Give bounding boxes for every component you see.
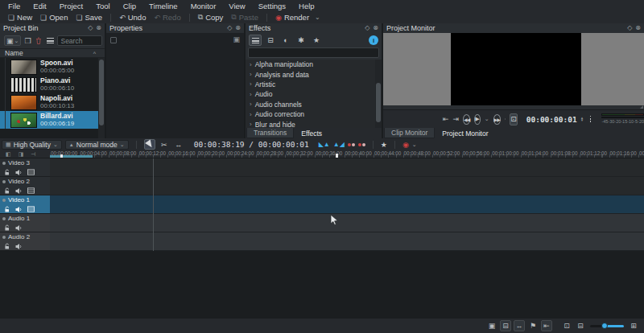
menu-item[interactable]: View	[222, 1, 251, 11]
lock-icon[interactable]	[4, 206, 10, 213]
track-config-icon[interactable]: ◨	[19, 151, 24, 158]
track-header[interactable]: Video 1	[0, 195, 50, 214]
play-options-chevron[interactable]: ⌄	[485, 116, 489, 122]
audio-split-button[interactable]	[348, 143, 355, 146]
fast-forward-button[interactable]: ▶▶	[493, 114, 501, 125]
marker-comments-button[interactable]: ⚑	[527, 320, 539, 331]
lock-icon[interactable]	[4, 169, 10, 176]
clip-item[interactable]: Spoon.avi 00:00:05:00	[0, 58, 98, 76]
menu-item[interactable]: Edit	[27, 1, 52, 11]
effect-category[interactable]: › Artistic	[246, 80, 375, 89]
menu-item[interactable]: Tool	[89, 1, 116, 11]
toolbar-button[interactable]: ❏ New	[4, 12, 36, 23]
properties-checkbox[interactable]	[110, 37, 117, 43]
close-panel-icon[interactable]: ⊗	[373, 25, 378, 31]
insert-zone-button[interactable]: ◣▲	[319, 141, 330, 148]
video-effects-button[interactable]: ⊟	[264, 35, 277, 46]
dock-tab[interactable]: Clip Monitor	[384, 128, 435, 138]
track-lane[interactable]	[50, 232, 644, 251]
monitor-timecode[interactable]: 00:00:00:01	[526, 115, 577, 124]
mute-icon[interactable]	[15, 224, 23, 232]
create-folder-button[interactable]: ❒	[23, 35, 32, 46]
monitor-menu-button[interactable]	[590, 116, 591, 122]
menu-item[interactable]: File	[2, 1, 27, 11]
effect-category[interactable]: › Audio correction	[246, 109, 375, 119]
bin-search-input[interactable]	[57, 35, 102, 46]
track-lane[interactable]	[50, 177, 644, 195]
dock-tab[interactable]: Transitions	[246, 128, 294, 138]
dock-tab[interactable]: Project Monitor	[436, 128, 494, 138]
zone-handle[interactable]	[60, 154, 63, 158]
selection-tool-button[interactable]	[144, 139, 155, 150]
dock-tab[interactable]: Effects	[295, 128, 328, 138]
rewind-button[interactable]: ◀◀	[463, 114, 470, 125]
chevron-down-icon[interactable]: ⌄	[412, 142, 417, 148]
delete-clip-button[interactable]	[34, 35, 43, 46]
lock-icon[interactable]	[4, 243, 10, 250]
toolbar-button[interactable]: ⧉ Copy	[194, 12, 228, 23]
audio-thumbnails-button[interactable]: ↔	[514, 320, 525, 331]
render-button[interactable]: ◉ Render	[271, 12, 324, 23]
monitor-video-area[interactable]	[383, 33, 644, 105]
video-thumbnails-button[interactable]: ⊟	[500, 320, 511, 331]
bin-menu-button[interactable]	[45, 35, 56, 46]
timecode-spinner[interactable]: ▴▾	[581, 117, 584, 121]
go-to-start-button[interactable]: ⇤	[443, 116, 449, 123]
video-hide-icon[interactable]	[27, 206, 35, 212]
toolbar-button[interactable]: ❏ Open	[36, 12, 72, 23]
effect-category[interactable]: › Alpha manipulation	[246, 60, 375, 69]
quality-dropdown[interactable]: ▦ High Quality ⌄	[2, 140, 62, 150]
zoom-out-button[interactable]: ⊟	[575, 320, 586, 331]
track-lane[interactable]	[50, 195, 644, 214]
close-panel-icon[interactable]: ⊗	[635, 25, 641, 31]
timeline-zone-bar[interactable]	[50, 155, 93, 158]
effects-search-input[interactable]	[248, 47, 379, 58]
mute-icon[interactable]	[15, 243, 23, 250]
clip-item[interactable]: Billard.avi 00:00:06:19	[0, 111, 98, 129]
timeline-ruler[interactable]: ◧ ◨ ⊣ 00:00:00:0000:00:04:0000:00:08:000…	[0, 150, 644, 158]
video-hide-icon[interactable]	[27, 187, 35, 194]
go-to-end-button[interactable]: ⇥	[453, 116, 460, 123]
timeline-timecode[interactable]: 00:00:38:19 / 00:00:00:01	[194, 140, 309, 149]
float-panel-icon[interactable]: ◇	[627, 25, 632, 31]
track-header[interactable]: Video 3	[0, 158, 50, 177]
track-area[interactable]	[50, 158, 644, 251]
show-description-button[interactable]: i	[369, 35, 378, 45]
clip-item[interactable]: Piano.avi 00:00:06:10	[0, 76, 98, 93]
track-config-icon[interactable]: ◧	[6, 151, 11, 158]
ruler-scale[interactable]: 00:00:00:0000:00:04:0000:00:08:0000:00:1…	[50, 150, 644, 158]
spacer-tool-button[interactable]: ↔	[173, 139, 184, 150]
close-panel-icon[interactable]: ⊗	[235, 25, 241, 31]
menu-item[interactable]: Timeline	[142, 1, 184, 11]
menu-item[interactable]: Monitor	[184, 1, 223, 11]
mute-icon[interactable]	[15, 206, 23, 213]
menu-item[interactable]: Help	[292, 1, 321, 11]
close-panel-icon[interactable]: ⊗	[96, 25, 101, 31]
custom-effects-button[interactable]: ✱	[295, 35, 308, 46]
audio-effects-button[interactable]: ◐	[279, 35, 292, 46]
zoom-slider-handle[interactable]	[601, 323, 608, 329]
add-clip-button[interactable]: ▣⌄	[4, 35, 21, 46]
show-all-effects-button[interactable]	[249, 35, 262, 46]
menu-item[interactable]: Project	[53, 1, 90, 11]
track-lane[interactable]	[50, 158, 644, 177]
timeline-empty-area[interactable]	[0, 251, 644, 318]
pin-panel-icon[interactable]: ▣	[233, 35, 240, 43]
lock-icon[interactable]	[4, 187, 10, 195]
mute-icon[interactable]	[15, 169, 23, 176]
float-panel-icon[interactable]: ◇	[227, 25, 232, 31]
menu-item[interactable]: Settings	[252, 1, 292, 11]
toolbar-button[interactable]: ⧉ Paste	[227, 12, 262, 23]
render-zone-button[interactable]: ◉	[402, 141, 409, 149]
zone-mode-button[interactable]: ⊡	[510, 113, 518, 125]
bin-scrollbar[interactable]	[98, 58, 105, 138]
snap-button[interactable]: ⇤	[541, 320, 552, 331]
toolbar-button[interactable]: ↶ Redo	[150, 12, 184, 23]
play-button[interactable]: ▶	[474, 114, 480, 125]
monitor-seek-bar[interactable]	[383, 105, 644, 110]
bin-column-header[interactable]: Name ^	[0, 48, 105, 58]
menu-item[interactable]: Clip	[117, 1, 142, 11]
razor-tool-button[interactable]: ✂	[159, 139, 170, 150]
zoom-fit-button[interactable]: ⊡	[561, 320, 572, 331]
toolbar-button[interactable]: ❏ Save	[72, 12, 106, 23]
